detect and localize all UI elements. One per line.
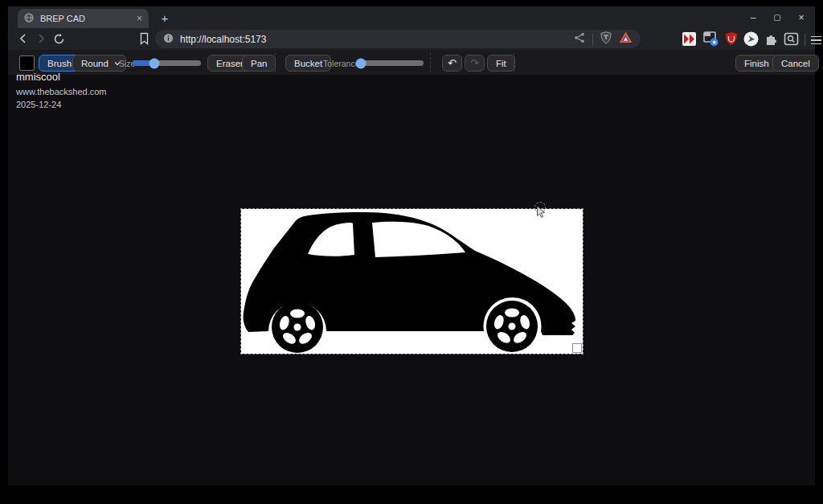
extensions-puzzle-icon[interactable]	[764, 32, 778, 49]
address-bar-actions	[574, 31, 633, 47]
mouse-pointer-icon	[537, 206, 546, 221]
paint-canvas[interactable]	[241, 209, 583, 354]
page-content: Brush Round Size Eraser Pan Bucket Toler…	[8, 50, 815, 486]
tab-title: BREP CAD	[40, 14, 130, 23]
back-icon[interactable]	[16, 31, 31, 46]
minimize-button[interactable]: –	[747, 12, 759, 23]
overlay-line-website: www.thebackshed.com	[16, 87, 107, 96]
desktop: BREP CAD × + – ▢ ×	[0, 0, 823, 504]
white-circle-extension-icon[interactable]	[743, 31, 759, 50]
new-tab-button[interactable]: +	[158, 11, 172, 26]
svg-text:★: ★	[711, 39, 717, 46]
url-divider	[592, 34, 593, 45]
overlay-line-username: mmiscool	[16, 71, 107, 83]
browser-tab[interactable]: BREP CAD ×	[18, 9, 149, 28]
screenshot-search-extension-icon[interactable]	[784, 32, 799, 49]
toolbar-separator	[275, 53, 276, 72]
overlay-line-date: 2025-12-24	[16, 100, 107, 109]
browser-navbar: http://localhost:5173	[8, 28, 815, 50]
fit-view-button[interactable]: Fit	[487, 55, 515, 72]
fast-forward-extension-icon[interactable]	[682, 31, 697, 50]
url-text[interactable]: http://localhost:5173	[180, 34, 574, 45]
maximize-button[interactable]: ▢	[772, 13, 783, 22]
browser-titlebar: BREP CAD × + – ▢ ×	[8, 6, 815, 28]
tolerance-slider-thumb[interactable]	[355, 58, 366, 68]
paint-toolbar: Brush Round Size Eraser Pan Bucket Toler…	[8, 50, 815, 75]
pan-tool-button[interactable]: Pan	[242, 55, 276, 72]
window-controls: – ▢ ×	[747, 6, 807, 28]
brush-shape-select[interactable]: Round	[72, 55, 126, 72]
share-icon[interactable]	[574, 32, 585, 47]
undo-button[interactable]: ↶	[442, 55, 462, 72]
color-swatch[interactable]	[19, 55, 35, 71]
brave-shield-icon[interactable]	[600, 31, 612, 47]
cancel-button[interactable]: Cancel	[772, 55, 819, 72]
brush-shape-value: Round	[81, 59, 109, 68]
size-slider[interactable]	[133, 60, 201, 66]
reload-icon[interactable]	[51, 31, 66, 46]
window-star-extension-icon[interactable]: ★	[702, 31, 719, 50]
brave-rewards-triangle-icon[interactable]	[619, 31, 633, 47]
finish-button[interactable]: Finish	[735, 55, 778, 72]
toolbar-separator	[514, 53, 514, 72]
extension-toolbar: ★	[682, 31, 821, 50]
forward-icon[interactable]	[34, 31, 48, 46]
extension-divider	[805, 34, 805, 47]
site-info-icon[interactable]	[163, 32, 174, 47]
size-slider-thumb[interactable]	[149, 58, 160, 68]
overlay-text-block: mmiscool www.thebackshed.com 2025-12-24	[16, 71, 107, 109]
tolerance-label: Tolerance	[323, 59, 360, 68]
menu-hamburger-icon[interactable]	[811, 36, 821, 45]
browser-window: BREP CAD × + – ▢ ×	[8, 6, 815, 486]
canvas-resize-handle[interactable]	[572, 343, 582, 353]
tab-close-icon[interactable]: ×	[137, 14, 142, 23]
tolerance-slider[interactable]	[356, 60, 424, 66]
address-bar[interactable]: http://localhost:5173	[155, 30, 641, 48]
front-wheel	[486, 301, 538, 352]
car-silhouette-image	[241, 209, 583, 354]
redo-button[interactable]: ↷	[465, 55, 485, 72]
close-button[interactable]: ×	[796, 12, 807, 23]
globe-favicon-icon	[24, 11, 34, 26]
bookmark-icon[interactable]	[137, 31, 151, 46]
rear-wheel	[272, 301, 323, 353]
ublock-origin-extension-icon[interactable]	[725, 31, 738, 49]
toolbar-separator	[430, 53, 431, 72]
